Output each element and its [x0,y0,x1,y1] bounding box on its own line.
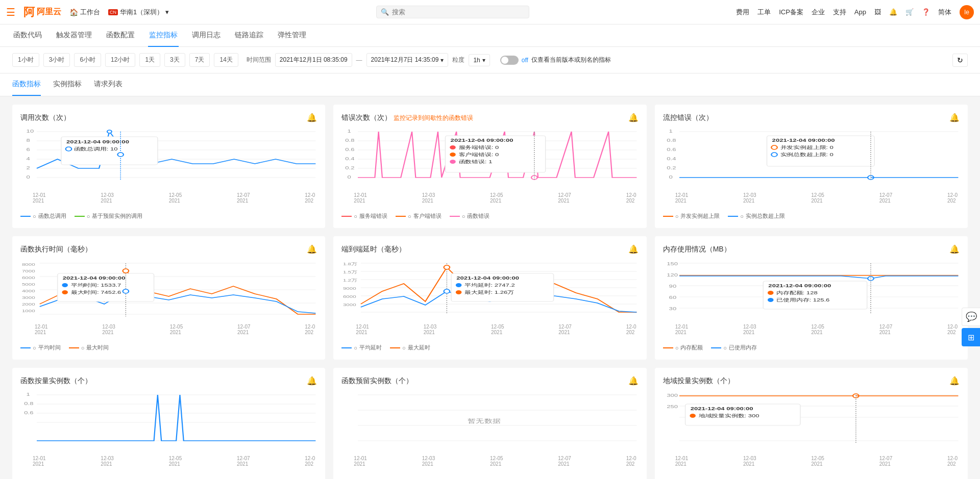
chart-regional-title: 地域投量实例数（个） [663,376,734,386]
language-btn[interactable]: 简体 [938,8,951,17]
chart-reserved-title: 函数预留实例数（个） [341,376,413,386]
avatar[interactable]: Ie [960,5,974,19]
enterprise-link[interactable]: 企业 [812,8,825,17]
svg-text:4000: 4000 [22,289,35,293]
help-icon[interactable]: ❓ [922,8,930,16]
chart-memory-bell[interactable]: 🔔 [949,244,960,254]
svg-text:0.8: 0.8 [346,138,355,143]
image-icon[interactable]: 🖼 [874,8,881,16]
svg-point-74 [62,283,68,287]
chart-regional-bell[interactable]: 🔔 [949,376,960,386]
cart-icon[interactable]: 🛒 [905,8,914,16]
time-14d[interactable]: 14天 [214,53,238,67]
time-1d[interactable]: 1天 [139,53,160,67]
subnav-elastic[interactable]: 弹性管理 [277,24,307,47]
start-time[interactable]: 2021年12月1日 08:35:09 [275,53,352,67]
right-sidebar: 💬 ⊞ [962,308,980,346]
chart-instance-bell[interactable]: 🔔 [307,376,317,386]
svg-text:客户端错误: 0: 客户端错误: 0 [459,152,499,157]
svg-text:90: 90 [669,284,676,289]
top-nav: ☰ 阿 阿里云 🏠 工作台 CN 华南1（深圳） ▾ 🔍 费用 工单 ICP备案… [0,0,980,24]
chart-invocations-bell[interactable]: 🔔 [307,113,317,122]
support-link[interactable]: 支持 [833,8,846,17]
chart-reserved-bell[interactable]: 🔔 [628,376,639,386]
chart-throttle-bell[interactable]: 🔔 [949,113,960,122]
search-box: 🔍 [376,6,529,18]
apps-button[interactable]: ⊞ [962,328,980,346]
chat-button[interactable]: 💬 [962,308,980,326]
reserved-svg: 暂无数据 [341,390,638,456]
svg-text:0.8: 0.8 [667,138,676,143]
app-link[interactable]: App [854,8,866,16]
svg-point-15 [66,147,72,151]
chart-instance-title: 函数按量实例数（个） [20,376,92,386]
time-12h[interactable]: 12小时 [105,53,135,67]
chart-memory-legend: ○ 内存配额 ○ 已使用内存 [663,344,960,351]
svg-text:0: 0 [348,174,351,180]
main-content: 调用次数（次） 🔔 10 8 6 4 2 0 [0,96,980,479]
cost-link[interactable]: 费用 [736,8,749,17]
subnav-trace[interactable]: 链路追踪 [234,24,264,47]
refresh-button[interactable]: ↻ [952,54,968,67]
svg-text:1000: 1000 [22,309,35,313]
svg-text:0.6: 0.6 [667,147,676,152]
chart-exec-bell[interactable]: 🔔 [307,244,317,254]
svg-text:8: 8 [27,138,30,143]
granularity-select[interactable]: 1h ▾ [469,54,489,66]
chart-invocations: 调用次数（次） 🔔 10 8 6 4 2 0 [12,105,325,228]
svg-text:2021-12-04 09:00:00: 2021-12-04 09:00:00 [690,406,753,411]
region-selector[interactable]: CN 华南1（深圳） ▾ [108,8,169,17]
chart-latency-bell[interactable]: 🔔 [628,244,639,254]
tab-instance-metrics[interactable]: 实例指标 [53,73,82,96]
time-1h[interactable]: 1小时 [12,53,39,67]
time-6h[interactable]: 6小时 [74,53,101,67]
legend-line-reserved [75,216,85,217]
icp-link[interactable]: ICP备案 [779,8,803,17]
svg-text:1: 1 [348,129,351,134]
svg-point-102 [444,289,450,293]
chart-instance-area: 1 0.8 0.6 12-012021 12-032021 12-052021 … [20,390,317,471]
subnav-monitoring[interactable]: 监控指标 [148,24,179,47]
tab-request-list[interactable]: 请求列表 [94,73,122,96]
svg-text:0.2: 0.2 [667,165,676,170]
svg-text:10: 10 [27,129,34,134]
chart-invocations-legend: ○ 函数总调用 ○ 基于预留实例的调用 [20,212,317,220]
throttle-svg: 1 0.8 0.6 0.4 0.2 0 2021-12-04 09:00:00 [663,127,960,193]
svg-point-98 [456,290,462,294]
version-toggle[interactable] [500,56,519,65]
memory-svg: 150 120 90 60 30 [663,258,960,324]
subnav-functions-code[interactable]: 函数代码 [12,24,43,47]
svg-text:函数错误: 1: 函数错误: 1 [459,159,493,164]
chart-throttle-title: 流控错误（次） [663,113,713,122]
workbench-btn[interactable]: 🏠 工作台 [69,8,100,17]
svg-text:0.8: 0.8 [24,401,33,406]
search-input[interactable] [392,8,525,16]
chart-throttle: 流控错误（次） 🔔 1 0.8 0.6 0.4 0.2 0 [655,105,968,228]
chart-errors: 错误次数（次） 监控记录到间歇性的函数错误 🔔 1 0.8 0.6 0.4 0.… [333,105,646,228]
svg-text:6000: 6000 [343,294,356,299]
subnav-logs[interactable]: 调用日志 [191,24,222,47]
time-3h[interactable]: 3小时 [43,53,70,67]
svg-text:2021-12-04 09:00:00: 2021-12-04 09:00:00 [457,275,520,281]
svg-point-79 [123,269,129,273]
ticket-link[interactable]: 工单 [757,8,771,17]
subnav-triggers[interactable]: 触发器管理 [55,24,93,47]
bell-icon[interactable]: 🔔 [889,8,897,16]
end-time-picker[interactable]: 2021年12月7日 14:35:09 ▾ [366,53,449,67]
svg-text:0: 0 [669,174,672,180]
svg-text:120: 120 [667,272,678,278]
svg-text:3000: 3000 [22,295,35,300]
chart-throttle-legend: ○ 并发实例超上限 ○ 实例总数超上限 [663,212,960,220]
svg-text:1: 1 [27,392,30,397]
tab-function-metrics[interactable]: 函数指标 [12,73,41,96]
chart-regional-instance: 地域投量实例数（个） 🔔 300 250 2021-12 [655,368,968,479]
chart-errors-bell[interactable]: 🔔 [628,113,639,122]
chart-latency: 端到端延时（毫秒） 🔔 1.8万 1.5万 1.2万 9000 6000 300… [333,236,646,360]
subnav-config[interactable]: 函数配置 [105,24,136,47]
svg-point-35 [450,153,456,157]
time-3d[interactable]: 3天 [164,53,185,67]
chart-exec-area: 8000 7000 6000 5000 4000 3000 2000 1000 [20,258,317,340]
logo[interactable]: 阿 阿里云 [23,5,61,20]
menu-icon[interactable]: ☰ [6,6,15,18]
time-7d[interactable]: 7天 [189,53,210,67]
